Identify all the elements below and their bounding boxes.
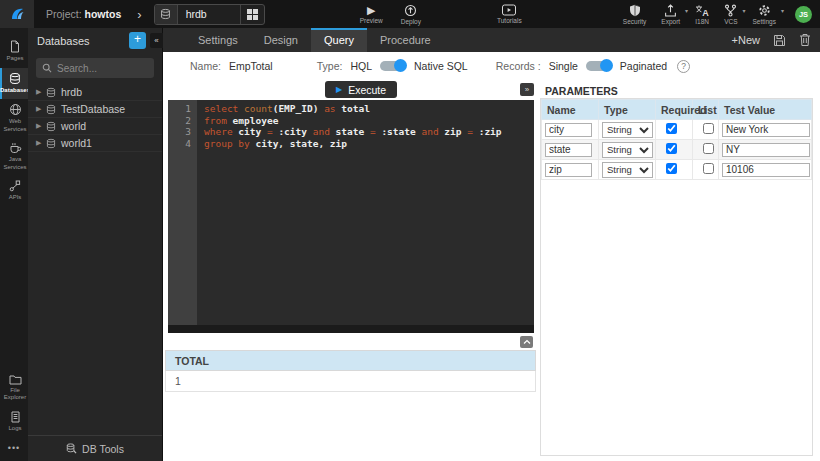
collapse-panel-icon[interactable]: «: [150, 33, 163, 48]
tree-item-label: world: [61, 120, 86, 132]
database-search-box[interactable]: [36, 58, 154, 78]
parameters-title: PARAMETERS: [545, 85, 618, 97]
security-button[interactable]: Security: [623, 4, 646, 25]
code-token: as: [318, 103, 335, 114]
editor-code[interactable]: select count(EMP_ID) as total from emplo…: [197, 100, 502, 333]
param-test-value-input[interactable]: [722, 123, 810, 137]
sidebar-item-pages[interactable]: Pages: [0, 36, 28, 68]
param-required-checkbox[interactable]: [666, 123, 677, 134]
sidebar-item-logs[interactable]: Logs: [0, 407, 28, 438]
tab-procedure[interactable]: Procedure: [367, 28, 444, 52]
save-button[interactable]: [773, 34, 786, 47]
column-header-test-value: Test Value: [719, 100, 812, 120]
results-column-header: TOTAL: [165, 350, 536, 371]
param-type-select[interactable]: String: [602, 122, 653, 138]
sidebar-item-java-services[interactable]: Java Services: [0, 138, 28, 176]
tutorials-label: Tutorials: [497, 17, 522, 24]
i18n-label: I18N: [695, 18, 709, 25]
help-icon[interactable]: ?: [677, 60, 690, 73]
user-avatar[interactable]: JS: [795, 6, 812, 23]
settings-button[interactable]: ▾ Settings: [753, 4, 777, 25]
new-query-button[interactable]: +New: [732, 34, 760, 46]
delete-button[interactable]: [799, 33, 811, 47]
param-name-input[interactable]: [545, 123, 592, 137]
code-token: :zip: [473, 126, 502, 137]
sidebar-item-label: Java Services: [2, 156, 28, 171]
expand-panel-button[interactable]: »: [520, 83, 534, 96]
param-test-value-input[interactable]: [722, 163, 810, 177]
query-name-value[interactable]: EmpTotal: [229, 60, 273, 72]
folder-icon: [9, 374, 22, 385]
database-selector[interactable]: hrdb: [154, 4, 265, 25]
grid-icon[interactable]: [240, 5, 264, 24]
param-test-value-input[interactable]: [722, 143, 810, 157]
tab-settings[interactable]: Settings: [185, 28, 251, 52]
param-list-checkbox[interactable]: [703, 163, 714, 174]
sql-editor[interactable]: 1 2 3 4 select count(EMP_ID) as total fr…: [168, 100, 534, 333]
editor-scrollbar[interactable]: [168, 325, 534, 333]
param-type-select[interactable]: String: [602, 142, 653, 158]
sidebar-item-label: Pages: [6, 55, 23, 63]
type-on-label: Native SQL: [414, 60, 468, 72]
shield-icon: [629, 4, 641, 17]
tree-item-world1[interactable]: ▶ world1: [28, 135, 162, 152]
preview-button[interactable]: ▶ Preview: [360, 4, 383, 24]
param-required-checkbox[interactable]: [666, 143, 677, 154]
column-header-type: Type: [599, 100, 656, 120]
param-name-input[interactable]: [545, 163, 592, 177]
search-input[interactable]: [57, 63, 148, 74]
chevron-up-icon: [523, 339, 531, 345]
breadcrumb-chevron-icon: ›: [137, 7, 141, 22]
param-name-input[interactable]: [545, 143, 592, 157]
caret-right-icon[interactable]: ▶: [36, 122, 46, 130]
param-list-checkbox[interactable]: [703, 143, 714, 154]
type-label: Type:: [317, 60, 343, 72]
type-toggle[interactable]: [380, 61, 406, 71]
wavemaker-logo[interactable]: [0, 0, 34, 28]
database-icon: [9, 72, 21, 85]
param-required-checkbox[interactable]: [666, 163, 677, 174]
sidebar-item-apis[interactable]: APIs: [0, 176, 28, 207]
coffee-icon: [9, 142, 22, 154]
execute-button[interactable]: ▶ Execute: [325, 81, 397, 98]
code-line: where city = :city and state = :state an…: [204, 126, 502, 138]
deploy-button[interactable]: Deploy: [401, 4, 421, 25]
param-list-checkbox[interactable]: [703, 123, 714, 134]
collapse-results-button[interactable]: [520, 336, 533, 348]
translate-icon: A: [695, 4, 709, 17]
vcs-button[interactable]: ▾ VCS: [724, 4, 737, 25]
add-database-button[interactable]: +: [129, 32, 146, 49]
db-tools-label: DB Tools: [82, 443, 124, 455]
execute-label: Execute: [348, 84, 386, 96]
code-token: :state: [376, 126, 416, 137]
database-icon: [46, 104, 56, 115]
tab-query[interactable]: Query: [311, 28, 367, 52]
topbar-right-actions: Security ▾ Export A I18N: [623, 4, 820, 25]
export-button[interactable]: ▾ Export: [661, 4, 680, 25]
db-tools-button[interactable]: DB Tools: [28, 435, 162, 461]
chevron-down-icon: ▾: [781, 7, 784, 14]
page-icon: [9, 40, 21, 53]
databases-panel-title: Databases: [37, 35, 90, 47]
param-type-select[interactable]: String: [602, 162, 653, 178]
caret-right-icon[interactable]: ▶: [36, 88, 46, 96]
sidebar-item-label: File Explorer: [2, 387, 28, 402]
vcs-label: VCS: [724, 18, 737, 25]
tab-design[interactable]: Design: [251, 28, 311, 52]
sidebar-item-web-services[interactable]: Web Services: [0, 99, 28, 138]
i18n-button[interactable]: A I18N: [695, 4, 709, 25]
sidebar-item-label: APIs: [9, 194, 22, 202]
tree-item-hrdb[interactable]: ▶ hrdb: [28, 84, 162, 101]
databases-panel: Databases + « ▶ hrdb ▶: [28, 28, 163, 461]
tree-item-world[interactable]: ▶ world: [28, 118, 162, 135]
sidebar-item-databases[interactable]: Databases: [0, 68, 28, 100]
caret-right-icon[interactable]: ▶: [36, 139, 46, 147]
records-toggle[interactable]: [586, 61, 612, 71]
tutorials-button[interactable]: Tutorials: [497, 4, 522, 24]
more-options-icon[interactable]: •••: [0, 437, 28, 461]
code-token: zip: [439, 126, 468, 137]
tree-item-testdatabase[interactable]: ▶ TestDatabase: [28, 101, 162, 118]
sidebar-item-file-explorer[interactable]: File Explorer: [0, 370, 28, 407]
parameter-row-state: String: [542, 140, 812, 160]
caret-right-icon[interactable]: ▶: [36, 105, 46, 113]
